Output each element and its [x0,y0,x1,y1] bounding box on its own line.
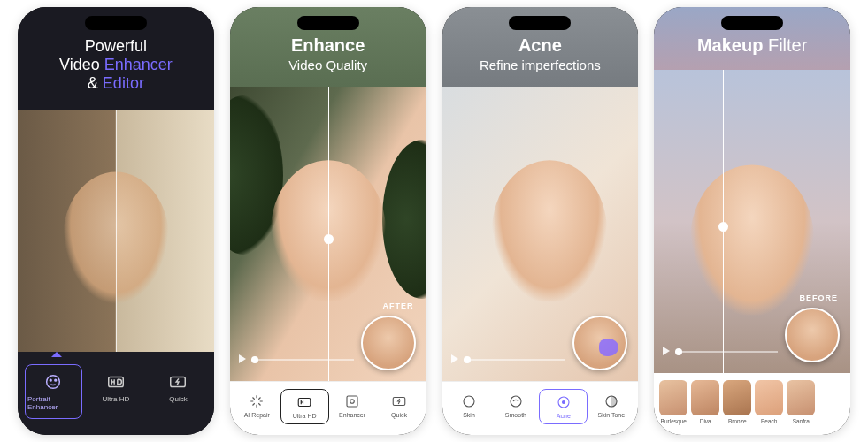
skin-tone-icon [603,393,619,409]
headline-line-2: Video Enhancer [32,56,200,74]
play-icon[interactable] [239,354,246,363]
tool-skin[interactable]: Skin [446,389,493,424]
headline-big: Acne [453,35,628,56]
preview-image [18,110,214,352]
mode-label: Ultra HD [103,395,130,403]
tool-toolbar: Skin Smooth Acne Skin Tone [442,381,639,435]
hd-icon [106,372,126,392]
filter-label: Sanfra [793,418,810,424]
screenshot-3: Acne Refine imperfections Skin Smooth Ac… [442,7,639,435]
skin-icon [461,393,477,409]
hd-icon [296,394,312,410]
headline-big: Enhance [241,35,416,56]
svg-rect-6 [347,396,357,407]
acne-icon [556,394,572,410]
headline-small: Video Quality [241,57,416,72]
tool-ultra-hd[interactable]: Ultra HD [280,389,329,424]
tool-quick[interactable]: Quick [376,389,423,424]
face-render [492,160,607,301]
svg-point-9 [464,396,474,407]
tool-smooth[interactable]: Smooth [492,389,539,424]
play-icon[interactable] [663,347,670,355]
headline-big: Makeup [697,35,763,55]
mode-label: Portrait Enhancer [27,395,80,411]
mode-ultra-hd[interactable]: Ultra HD [88,364,145,419]
filter-thumbnail [723,380,751,415]
svg-point-7 [350,400,355,404]
notch [509,16,571,30]
svg-point-2 [55,379,57,381]
after-badge: AFTER [383,301,414,310]
mode-quick[interactable]: Quick [150,364,207,419]
filter-label: Peach [761,418,777,424]
compare-slider[interactable] [723,70,724,373]
preview-image [442,87,639,381]
video-progress[interactable] [675,351,778,353]
filter-strip[interactable]: Burlesque Diva Bronze Peach Sanfra [654,373,850,435]
preview-thumbnail[interactable] [572,316,627,370]
preview-thumbnail[interactable] [361,316,416,370]
tool-toolbar: AI Repair Ultra HD Enhancer Quick [230,381,426,435]
preview-image: BEFORE [654,70,850,373]
compare-slider[interactable] [328,87,329,381]
filter-diva[interactable]: Diva [691,380,719,424]
headline-small: Refine imperfections [453,57,628,72]
screenshot-1: Powerful Video Enhancer & Editor Portrai… [18,7,214,435]
preview-image: AFTER [230,87,426,381]
notch [85,16,147,30]
tool-enhancer[interactable]: Enhancer [329,389,376,424]
tool-label: Ultra HD [293,413,317,419]
smooth-icon [508,393,524,409]
filter-thumbnail [755,380,783,415]
enhancer-icon [344,393,360,409]
tool-acne[interactable]: Acne [539,389,588,424]
screenshot-4: Makeup Filter BEFORE Burlesque Diva Bron… [654,7,850,435]
headline-line-1: Powerful [32,37,200,56]
quick-icon [391,393,407,409]
tool-label: Quick [391,412,407,418]
video-progress[interactable] [464,359,566,361]
headline-line-3: & Editor [32,74,200,93]
mode-label: Quick [169,395,187,403]
tool-label: Acne [557,413,571,419]
before-badge: BEFORE [799,293,838,302]
filter-thumbnail [787,380,815,415]
preview-thumbnail[interactable] [785,308,840,362]
svg-rect-5 [298,399,311,407]
svg-point-0 [47,376,60,389]
filter-label: Burlesque [661,418,687,424]
headline-small: Filter [763,35,807,55]
acne-marker [599,339,618,356]
tool-skin-tone[interactable]: Skin Tone [588,389,634,424]
sparkle-icon [249,393,265,409]
mode-portrait-enhancer[interactable]: Portrait Enhancer [25,364,82,419]
filter-label: Bronze [728,418,747,424]
screenshot-2: Enhance Video Quality AFTER AI Repair Ul… [230,7,426,435]
face-icon [43,372,63,392]
leaf-decoration [382,140,426,299]
play-icon[interactable] [451,354,458,363]
face-render [690,164,814,315]
filter-bronze[interactable]: Bronze [723,380,751,424]
notch [297,16,359,30]
tool-label: AI Repair [244,412,270,418]
svg-point-10 [511,396,521,407]
quick-icon [168,372,188,392]
filter-burlesque[interactable]: Burlesque [659,380,687,424]
face-render [63,171,169,304]
filter-peach[interactable]: Peach [755,380,783,424]
video-progress[interactable] [251,359,354,361]
tool-label: Smooth [505,412,526,418]
tool-label: Skin [463,412,475,418]
notch [721,16,783,30]
svg-point-1 [50,379,52,381]
filter-thumbnail [659,380,687,415]
tool-ai-repair[interactable]: AI Repair [234,389,280,424]
filter-sanfra[interactable]: Sanfra [787,380,815,424]
mode-toolbar: Portrait Enhancer Ultra HD Quick [18,352,214,435]
svg-point-12 [562,401,565,404]
tool-label: Skin Tone [597,412,625,418]
filter-thumbnail [691,380,719,415]
tool-label: Enhancer [339,412,365,418]
filter-label: Diva [700,418,711,424]
